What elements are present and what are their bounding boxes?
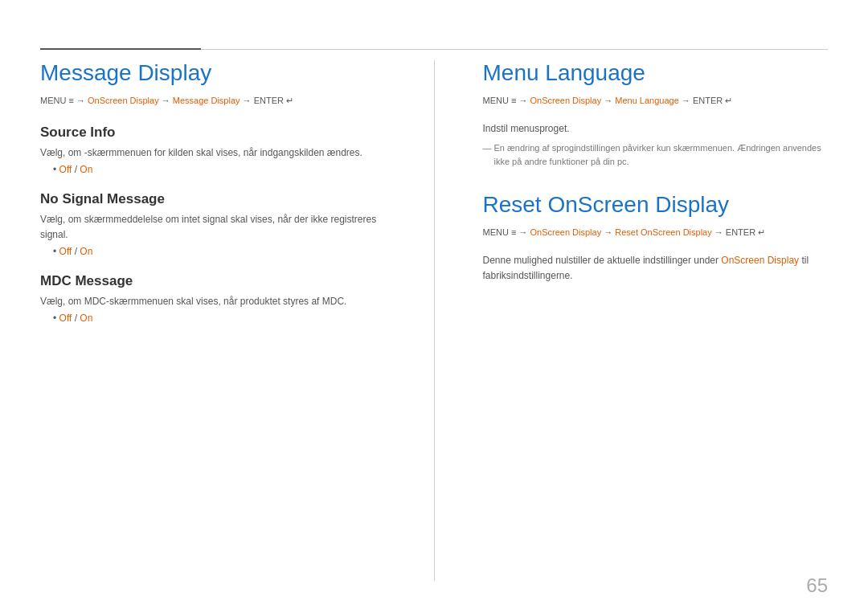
arrow3c: →: [712, 227, 726, 237]
mdc-sep: /: [72, 313, 80, 324]
no-signal-body: Vælg, om skærmmeddelelse om intet signal…: [40, 212, 386, 243]
no-signal-on: On: [80, 246, 92, 257]
source-info-section: Source Info Vælg, om -skærmmenuen for ki…: [40, 125, 386, 175]
menu-label2: MENU: [483, 96, 509, 105]
top-divider: [40, 48, 828, 50]
top-bar-light: [201, 49, 828, 50]
reset-onscreen-breadcrumb: MENU ≡ → OnScreen Display → Reset OnScre…: [483, 226, 829, 240]
no-signal-title: No Signal Message: [40, 191, 386, 207]
mdc-message-title: MDC Message: [40, 273, 386, 289]
arrow2b: →: [601, 96, 615, 105]
reset-body-link: OnScreen Display: [721, 255, 799, 266]
onscreen-display-link1: OnScreen Display: [88, 96, 159, 105]
no-signal-sep: /: [72, 246, 80, 257]
menu-label3: MENU: [483, 227, 509, 237]
left-column: Message Display MENU ≡ → OnScreen Displa…: [40, 60, 386, 581]
mdc-on: On: [80, 313, 92, 324]
no-signal-bullet: Off / On: [53, 246, 386, 257]
onscreen-display-link3: OnScreen Display: [530, 227, 601, 237]
menu-language-link: Menu Language: [615, 96, 679, 105]
menu-language-note: En ændring af sprogindstillingen påvirke…: [483, 141, 829, 170]
source-info-sep: /: [72, 164, 80, 175]
mdc-message-bullet: Off / On: [53, 313, 386, 324]
source-info-off: Off: [59, 164, 72, 175]
right-column: Menu Language MENU ≡ → OnScreen Display …: [483, 60, 829, 581]
reset-onscreen-body: Denne mulighed nulstiller de aktuelle in…: [483, 253, 829, 284]
no-signal-section: No Signal Message Vælg, om skærmmeddelel…: [40, 191, 386, 257]
main-content: Message Display MENU ≡ → OnScreen Displa…: [40, 60, 828, 581]
menu-icon: ≡: [66, 96, 76, 105]
mdc-message-body: Vælg, om MDC-skærmmenuen skal vises, når…: [40, 294, 386, 309]
source-info-title: Source Info: [40, 125, 386, 141]
arrow2: →: [159, 96, 173, 105]
top-bar-accent: [40, 48, 201, 50]
menu-language-breadcrumb: MENU ≡ → OnScreen Display → Menu Languag…: [483, 94, 829, 108]
menu-icon2: ≡: [509, 96, 519, 105]
arrow1b: →: [518, 96, 530, 105]
source-info-on: On: [80, 164, 92, 175]
message-display-link: Message Display: [173, 96, 240, 105]
page-number: 65: [806, 574, 828, 597]
menu-language-title: Menu Language: [483, 60, 829, 86]
column-divider: [434, 60, 435, 581]
no-signal-off: Off: [59, 246, 72, 257]
reset-onscreen-title: Reset OnScreen Display: [483, 192, 829, 218]
message-display-breadcrumb: MENU ≡ → OnScreen Display → Message Disp…: [40, 94, 386, 108]
enter-label3: ENTER ↵: [726, 227, 765, 237]
arrow3: →: [240, 96, 254, 105]
mdc-message-section: MDC Message Vælg, om MDC-skærmmenuen ska…: [40, 273, 386, 324]
arrow3b: →: [679, 96, 693, 105]
arrow1c: →: [518, 227, 530, 237]
reset-body-start: Denne mulighed nulstiller de aktuelle in…: [483, 255, 722, 266]
enter-label1: ENTER ↵: [254, 96, 293, 105]
source-info-bullet: Off / On: [53, 164, 386, 175]
arrow1: →: [76, 96, 88, 105]
arrow2c: →: [601, 227, 615, 237]
menu-label: MENU: [40, 96, 66, 105]
menu-language-body: Indstil menusproget.: [483, 121, 829, 137]
enter-label2: ENTER ↵: [693, 96, 732, 105]
onscreen-display-link2: OnScreen Display: [530, 96, 601, 105]
reset-onscreen-link: Reset OnScreen Display: [615, 227, 711, 237]
menu-icon3: ≡: [509, 227, 519, 237]
source-info-body: Vælg, om -skærmmenuen for kilden skal vi…: [40, 145, 386, 161]
mdc-off: Off: [59, 313, 72, 324]
message-display-title: Message Display: [40, 60, 386, 86]
